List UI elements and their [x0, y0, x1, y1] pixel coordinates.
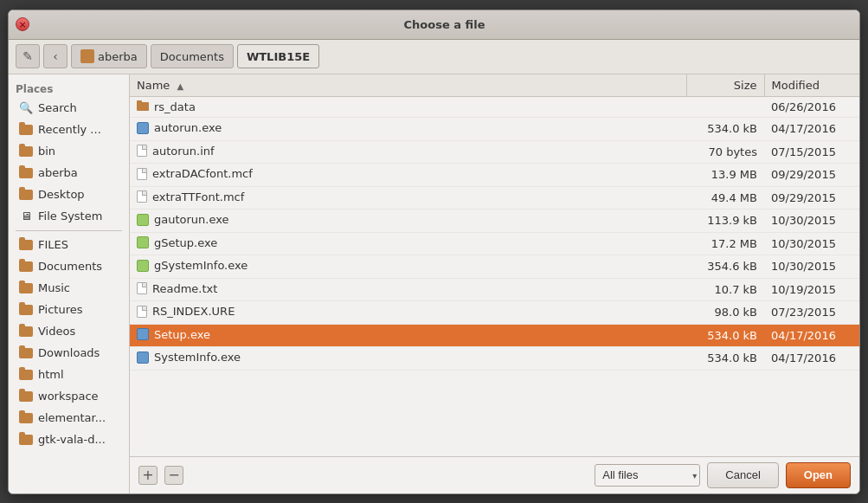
- open-button[interactable]: Open: [786, 462, 851, 488]
- sidebar-item-recently[interactable]: Recently ...: [12, 119, 125, 140]
- breadcrumb-aberba[interactable]: aberba: [71, 44, 147, 68]
- table-row[interactable]: autorun.inf 70 bytes 07/15/2015: [130, 140, 859, 164]
- close-button[interactable]: [16, 17, 29, 31]
- exe-icon: [137, 351, 149, 364]
- downloads-folder-icon: [19, 346, 33, 360]
- cell-modified: 07/23/2015: [764, 301, 859, 325]
- table-row[interactable]: rs_data 06/26/2016: [130, 96, 859, 118]
- file-icon-wrapper: gSetup.exe: [137, 236, 217, 249]
- sidebar-downloads-label: Downloads: [38, 346, 100, 359]
- col-header-modified[interactable]: Modified: [764, 74, 859, 97]
- file-name: RS_INDEX.URE: [152, 305, 235, 318]
- cell-name: Setup.exe: [130, 324, 686, 347]
- sidebar-item-search[interactable]: 🔍 Search: [12, 98, 125, 119]
- cell-size: 534.0 kB: [686, 347, 764, 371]
- breadcrumb-wtlib15e-label: WTLIB15E: [247, 50, 310, 63]
- breadcrumb-wtlib15e[interactable]: WTLIB15E: [237, 44, 319, 68]
- sidebar-item-aberba[interactable]: aberba: [12, 163, 125, 184]
- breadcrumb-documents[interactable]: Documents: [151, 44, 234, 68]
- sidebar-item-filesystem[interactable]: 🖥 File System: [12, 206, 125, 227]
- cell-modified: 10/30/2015: [764, 232, 859, 255]
- sidebar-item-videos[interactable]: Videos: [12, 321, 125, 342]
- edit-button[interactable]: ✎: [16, 44, 40, 68]
- file-icon-wrapper: autorun.exe: [137, 121, 222, 134]
- sidebar-item-pictures[interactable]: Pictures: [12, 300, 125, 320]
- table-row[interactable]: SystemInfo.exe 534.0 kB 04/17/2016: [130, 347, 859, 371]
- sidebar-search-label: Search: [38, 101, 77, 114]
- table-row[interactable]: Readme.txt 10.7 kB 10/19/2015: [130, 278, 859, 301]
- file-icon: [137, 306, 147, 318]
- cell-size: 10.7 kB: [686, 278, 764, 301]
- table-row[interactable]: extraDACfont.mcf 13.9 MB 09/29/2015: [130, 164, 859, 187]
- cell-size: [686, 96, 764, 118]
- file-filter-select[interactable]: All filesExecutable filesText files: [595, 464, 700, 487]
- col-header-size[interactable]: Size: [686, 74, 764, 97]
- file-name: SystemInfo.exe: [154, 351, 241, 364]
- sidebar-item-downloads[interactable]: Downloads: [12, 343, 125, 364]
- aberba-folder-icon: [19, 166, 33, 180]
- file-name: gSystemInfo.exe: [154, 259, 248, 272]
- table-row[interactable]: gSetup.exe 17.2 MB 10/30/2015: [130, 232, 859, 255]
- sidebar-item-gtk-vala[interactable]: gtk-vala-d...: [12, 429, 125, 450]
- sidebar-item-workspace[interactable]: workspace: [12, 386, 125, 407]
- sidebar-gtk-vala-label: gtk-vala-d...: [38, 433, 106, 446]
- file-icon-wrapper: SystemInfo.exe: [137, 351, 241, 364]
- cell-modified: 09/29/2015: [764, 186, 859, 210]
- toolbar: ✎ ‹ aberba Documents WTLIB15E: [9, 40, 859, 74]
- sidebar-aberba-label: aberba: [38, 166, 78, 179]
- exe-icon: [137, 122, 149, 134]
- bin-folder-icon: [19, 145, 33, 158]
- col-modified-label: Modified: [772, 79, 820, 92]
- back-button[interactable]: ‹: [43, 44, 68, 68]
- videos-folder-icon: [19, 325, 33, 339]
- sidebar-item-elementar[interactable]: elementar...: [12, 408, 125, 429]
- table-row[interactable]: autorun.exe 534.0 kB 04/17/2016: [130, 118, 859, 141]
- cell-modified: 06/26/2016: [764, 96, 859, 118]
- cell-size: 534.0 kB: [686, 118, 764, 141]
- sidebar-item-documents[interactable]: Documents: [12, 256, 125, 277]
- file-name: rs_data: [154, 100, 196, 113]
- edit-icon: ✎: [23, 49, 33, 63]
- cancel-button[interactable]: Cancel: [707, 462, 778, 488]
- html-folder-icon: [19, 368, 33, 382]
- file-chooser-dialog: Choose a file ✎ ‹ aberba Documents WTLIB…: [8, 10, 860, 494]
- dialog-title: Choose a file: [36, 18, 852, 31]
- file-icon: [137, 145, 147, 157]
- sidebar-item-html[interactable]: html: [12, 364, 125, 385]
- sidebar-html-label: html: [38, 368, 64, 381]
- music-folder-icon: [19, 281, 33, 295]
- sidebar-elementar-label: elementar...: [38, 411, 106, 424]
- sidebar-item-music[interactable]: Music: [12, 278, 125, 299]
- table-row[interactable]: RS_INDEX.URE 98.0 kB 07/23/2015: [130, 301, 859, 325]
- col-header-name[interactable]: Name ▲: [130, 74, 686, 97]
- file-name: Setup.exe: [154, 328, 210, 341]
- sidebar-heading: Places: [9, 80, 129, 97]
- remove-place-button[interactable]: −: [164, 466, 183, 485]
- table-row[interactable]: extraTTFont.mcf 49.4 MB 09/29/2015: [130, 186, 859, 210]
- sidebar-item-bin[interactable]: bin: [12, 141, 125, 162]
- sidebar-pictures-label: Pictures: [38, 303, 82, 316]
- table-row[interactable]: Setup.exe 534.0 kB 04/17/2016: [130, 324, 859, 347]
- sidebar-item-desktop[interactable]: Desktop: [12, 184, 125, 205]
- col-name-label: Name: [137, 79, 170, 92]
- documents-folder-icon: [19, 260, 33, 274]
- cell-size: 98.0 kB: [686, 301, 764, 325]
- add-place-button[interactable]: +: [138, 466, 158, 485]
- cell-name: rs_data: [130, 96, 686, 118]
- sort-icon: ▲: [177, 81, 184, 91]
- file-icon-wrapper: extraDACfont.mcf: [137, 167, 253, 180]
- file-name: Readme.txt: [152, 282, 217, 295]
- cell-size: 17.2 MB: [686, 232, 764, 255]
- cell-modified: 10/30/2015: [764, 210, 859, 233]
- cell-name: SystemInfo.exe: [130, 347, 686, 371]
- sidebar-item-files[interactable]: FILES: [12, 235, 125, 255]
- sidebar-recently-label: Recently ...: [38, 123, 101, 136]
- bottom-bar: + − All filesExecutable filesText files …: [130, 456, 859, 493]
- table-row[interactable]: gautorun.exe 113.9 kB 10/30/2015: [130, 210, 859, 233]
- file-icon: [137, 168, 147, 180]
- table-row[interactable]: gSystemInfo.exe 354.6 kB 10/30/2015: [130, 255, 859, 279]
- file-name: extraDACfont.mcf: [152, 167, 253, 180]
- file-name: autorun.inf: [152, 145, 215, 158]
- sidebar-separator: [16, 230, 122, 231]
- desktop-folder-icon: [19, 188, 33, 202]
